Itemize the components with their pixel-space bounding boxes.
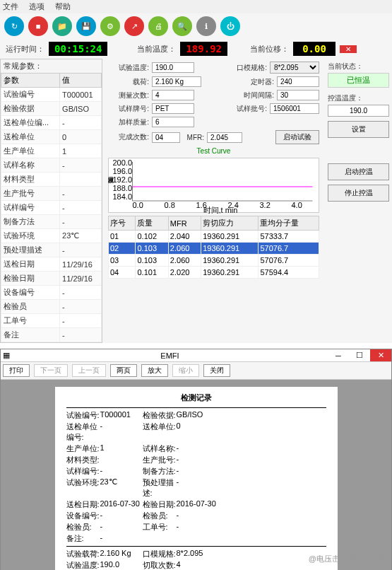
report-title: 检测记录	[66, 392, 326, 403]
ctrltemp-input[interactable]	[328, 105, 389, 117]
power-icon[interactable]: ⏻	[220, 16, 240, 36]
menu-file[interactable]: 文件	[3, 2, 18, 11]
data-row[interactable]: 040.1012.02019360.29157594.4	[109, 267, 319, 279]
param-row[interactable]: 制备方法-	[1, 215, 102, 229]
print-icon[interactable]: 🖨	[148, 16, 168, 36]
col-mass: 质量	[136, 216, 168, 231]
param-row[interactable]: 检验依据GB/ISO	[1, 102, 102, 116]
param-row[interactable]: 工单号-	[1, 314, 102, 328]
menubar: 文件 选项 帮助	[0, 0, 392, 13]
settings-icon[interactable]: ⚙	[100, 16, 120, 36]
param-val-hdr: 值	[60, 74, 102, 88]
start-ctrl-button[interactable]: 启动控温	[328, 163, 389, 180]
load-label: 载荷:	[108, 77, 149, 87]
svg-text:3.2: 3.2	[260, 201, 271, 209]
export-icon[interactable]: ↗	[124, 16, 144, 36]
temp-input[interactable]	[152, 62, 194, 73]
curtemp-label: 当前温度：	[137, 44, 176, 54]
data-row[interactable]: 030.1032.06019360.29157076.7	[109, 255, 319, 267]
svg-text:188.0: 188.0	[113, 184, 133, 192]
param-row[interactable]: 生产批号-	[1, 187, 102, 201]
param-row[interactable]: 材料类型	[1, 173, 102, 187]
status-label: 当前状态：	[328, 62, 389, 71]
zoom-icon[interactable]: 🔍	[172, 16, 192, 36]
close-icon[interactable]: ✕	[370, 349, 391, 361]
param-row[interactable]: 检验日期11/29/16	[1, 272, 102, 286]
done-input[interactable]	[152, 132, 180, 143]
param-row[interactable]: 送检日期11/29/16	[1, 257, 102, 272]
interval-label: 时间间隔:	[233, 91, 274, 100]
report-viewport[interactable]: 检测记录 试验编号:T000001检验依据:GB/ISO送检单位编号:-送检单位…	[1, 380, 391, 570]
load-input[interactable]	[152, 76, 201, 87]
param-row[interactable]: 生产单位1	[1, 144, 102, 158]
params-header: 常规参数：	[1, 59, 102, 73]
nextpage-button[interactable]: 下一页	[34, 364, 68, 377]
batch-input[interactable]	[270, 103, 319, 114]
report-page: 检测记录 试验编号:T000001检验依据:GB/ISO送检单位编号:-送检单位…	[55, 387, 338, 570]
param-row[interactable]: 试样名称-	[1, 158, 102, 173]
test-curve-chart: 200.0196.0 192.0188.0 184.0 0.00.8 1.62.…	[108, 158, 319, 213]
interval-input[interactable]	[277, 90, 319, 100]
menu-options[interactable]: 选项	[29, 2, 44, 11]
mfr-label: MFR:	[183, 134, 204, 141]
data-row[interactable]: 020.1032.06019360.29157076.7	[109, 243, 319, 255]
minimize-icon[interactable]: ─	[328, 351, 349, 360]
svg-text:0.0: 0.0	[133, 201, 143, 209]
svg-text:时间,t min: 时间,t min	[203, 206, 238, 214]
done-label: 完成次数:	[108, 132, 149, 142]
stop-ctrl-button[interactable]: 停止控温	[328, 185, 389, 202]
alert-icon[interactable]: ✕	[340, 45, 357, 53]
col-mw: 重均分子量	[259, 216, 319, 231]
param-row[interactable]: 备注-	[1, 328, 102, 342]
col-idx: 序号	[109, 216, 136, 231]
report-toolbar: 打印 下一页 上一页 两页 放大 缩小 关闭	[1, 362, 391, 380]
param-row[interactable]: 试验环境23℃	[1, 229, 102, 243]
svg-text:200.0: 200.0	[113, 158, 133, 167]
prevpage-button[interactable]: 上一页	[72, 364, 106, 377]
timer-input[interactable]	[277, 76, 319, 87]
window-title: EMFI	[12, 351, 328, 360]
open-icon[interactable]: 📁	[52, 16, 72, 36]
param-row[interactable]: 预处理描述-	[1, 243, 102, 257]
param-row[interactable]: 送检单位0	[1, 130, 102, 144]
param-row[interactable]: 检验员-	[1, 300, 102, 314]
mfr-input[interactable]	[207, 132, 242, 143]
refresh-icon[interactable]: ↻	[4, 16, 24, 36]
param-name-hdr: 参数	[1, 74, 60, 88]
report-window: ▦ EMFI ─ ☐ ✕ 打印 下一页 上一页 两页 放大 缩小 关闭 检测记录…	[0, 349, 392, 570]
maximize-icon[interactable]: ☐	[349, 351, 370, 360]
param-row[interactable]: 设备编号-	[1, 286, 102, 300]
status-row: 运行时间： 00:15:24 当前温度： 189.92 当前位移： 0.00 ✕	[0, 39, 392, 59]
curtemp-value: 189.92	[180, 42, 227, 56]
info-icon[interactable]: ℹ	[196, 16, 216, 36]
right-panel: 当前状态： 已恒温 控温温度： 设置 启动控温 停止控温	[325, 59, 392, 343]
svg-text:196.0: 196.0	[113, 167, 133, 175]
menu-help[interactable]: 帮助	[55, 2, 71, 11]
toolbar: ↻ ■ 📁 💾 ⚙ ↗ 🖨 🔍 ℹ ⏻	[0, 13, 392, 39]
twopage-button[interactable]: 两页	[110, 364, 137, 377]
status-value: 已恒温	[328, 73, 389, 88]
start-test-button[interactable]: 启动试验	[275, 130, 319, 144]
stop-icon[interactable]: ■	[28, 16, 48, 36]
col-stress: 剪切应力	[201, 216, 259, 231]
count-input[interactable]	[152, 90, 194, 100]
zoomin-button[interactable]: 放大	[141, 364, 168, 377]
svg-text:0.8: 0.8	[165, 201, 175, 209]
watermark: @电压击穿测试仪中航	[309, 554, 386, 564]
data-row[interactable]: 010.1022.04019360.29157333.7	[109, 231, 319, 243]
temp-label: 试验温度:	[108, 63, 149, 73]
ctrltemp-label: 控温温度：	[328, 93, 389, 103]
spec-select[interactable]: 8*2.095	[270, 62, 319, 74]
col-mfr: MFR	[168, 216, 201, 231]
close-button[interactable]: 关闭	[203, 364, 230, 377]
param-row[interactable]: 试验编号T000001	[1, 88, 102, 102]
param-row[interactable]: 送检单位编...-	[1, 116, 102, 130]
print-button[interactable]: 打印	[3, 364, 30, 377]
zoomout-button[interactable]: 缩小	[172, 364, 199, 377]
param-row[interactable]: 试样编号-	[1, 201, 102, 215]
brand-input[interactable]	[152, 103, 194, 114]
addmass-input[interactable]	[152, 117, 194, 127]
settings-button[interactable]: 设置	[328, 121, 389, 138]
titlebar: ▦ EMFI ─ ☐ ✕	[1, 349, 391, 362]
save-icon[interactable]: 💾	[76, 16, 96, 36]
